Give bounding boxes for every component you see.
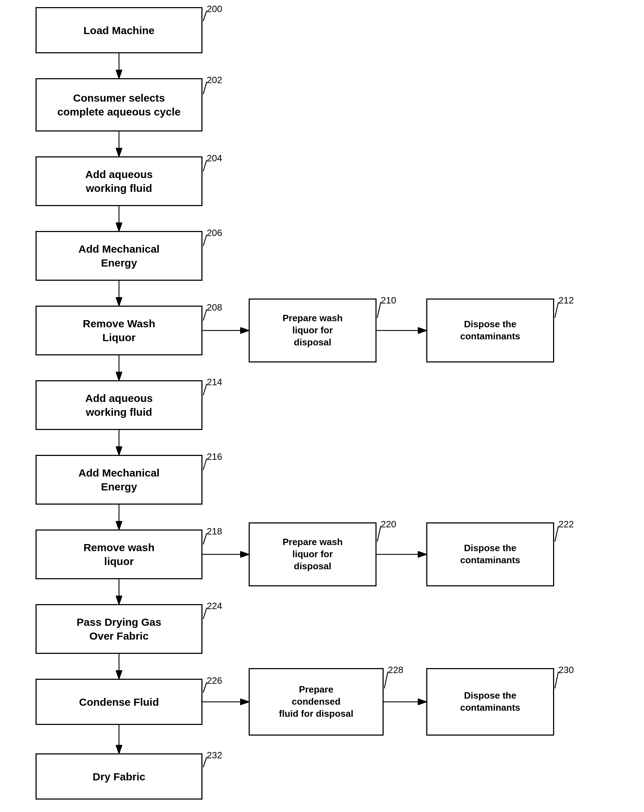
label-add-aqueous-2: 214 [207, 377, 222, 388]
box-load-machine: Load Machine [35, 7, 202, 53]
label-dispose-1: 212 [559, 295, 574, 306]
svg-line-31 [384, 672, 388, 688]
box-consumer-selects: Consumer selectscomplete aqueous cycle [35, 78, 202, 131]
box-add-mech-1: Add MechanicalEnergy [35, 231, 202, 281]
box-remove-wash-2: Remove washliquor [35, 530, 202, 579]
box-add-mech-2: Add MechanicalEnergy [35, 455, 202, 505]
label-consumer-selects: 202 [207, 75, 222, 85]
svg-line-17 [203, 11, 207, 21]
box-pass-drying: Pass Drying GasOver Fabric [35, 604, 202, 654]
box-prepare-condensed: Preparecondensedfluid for disposal [249, 668, 384, 736]
label-add-mech-2: 216 [207, 451, 222, 462]
svg-line-26 [203, 533, 207, 545]
svg-line-19 [203, 160, 207, 171]
label-load-machine: 200 [207, 3, 222, 15]
box-add-aqueous-1: Add aqueousworking fluid [35, 156, 202, 206]
label-dispose-3: 230 [559, 664, 574, 676]
label-condense-fluid: 226 [207, 675, 222, 686]
box-prepare-wash-1: Prepare washliquor fordisposal [249, 299, 376, 362]
svg-line-29 [203, 607, 207, 619]
svg-line-20 [203, 235, 207, 246]
label-dispose-2: 222 [559, 519, 574, 530]
label-prepare-wash-1: 210 [381, 295, 396, 306]
svg-line-32 [555, 672, 559, 688]
label-prepare-wash-2: 220 [381, 519, 396, 530]
flowchart-diagram: Load Machine200Consumer selectscomplete … [0, 0, 644, 812]
box-condense-fluid: Condense Fluid [35, 679, 202, 725]
label-pass-drying: 224 [207, 601, 222, 612]
svg-line-27 [377, 526, 381, 542]
label-dry-fabric: 232 [207, 750, 222, 761]
svg-line-25 [203, 458, 207, 470]
label-add-mech-1: 206 [207, 227, 222, 238]
svg-line-24 [203, 384, 207, 395]
box-dry-fabric: Dry Fabric [35, 753, 202, 800]
box-prepare-wash-2: Prepare washliquor fordisposal [249, 522, 376, 586]
svg-line-21 [203, 309, 207, 321]
svg-line-23 [555, 302, 559, 318]
box-dispose-2: Dispose thecontaminants [426, 522, 554, 586]
box-dispose-3: Dispose thecontaminants [426, 668, 554, 736]
label-add-aqueous-1: 204 [207, 153, 222, 164]
svg-line-22 [377, 302, 381, 318]
box-add-aqueous-2: Add aqueousworking fluid [35, 380, 202, 430]
label-remove-wash-1: 208 [207, 302, 222, 313]
label-prepare-condensed: 228 [388, 664, 403, 676]
box-dispose-1: Dispose thecontaminants [426, 299, 554, 362]
box-remove-wash-1: Remove WashLiquor [35, 305, 202, 356]
svg-line-28 [555, 526, 559, 542]
label-remove-wash-2: 218 [207, 526, 222, 537]
svg-line-33 [203, 757, 207, 767]
svg-line-18 [203, 82, 207, 94]
svg-line-30 [203, 682, 207, 693]
